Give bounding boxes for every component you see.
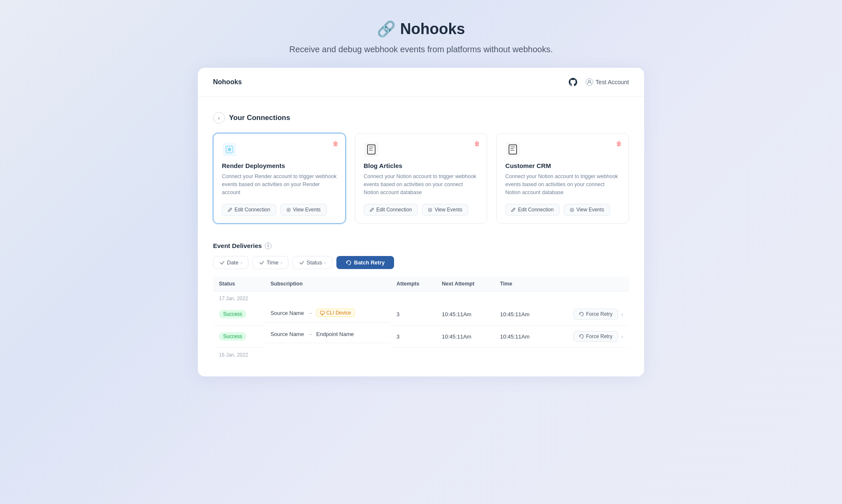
notion-blog-icon xyxy=(364,142,379,157)
col-next-attempt: Next Attempt xyxy=(436,277,494,291)
time-filter-button[interactable]: Time › xyxy=(253,256,288,269)
connections-section-title: Your Connections xyxy=(229,114,290,122)
crm-edit-button[interactable]: Edit Connection xyxy=(505,204,560,216)
col-actions xyxy=(548,277,629,291)
crm-card-desc: Connect your Notion account to trigger w… xyxy=(505,173,620,196)
app-header: 🔗 Nohooks Receive and debug webhook even… xyxy=(0,0,842,68)
nav-brand: Nohooks xyxy=(213,78,242,86)
date-group-row: 17 Jan, 2022 xyxy=(213,291,629,304)
svg-rect-7 xyxy=(368,145,375,154)
notion-crm-icon xyxy=(505,142,520,157)
crm-card-actions: Edit Connection View Events xyxy=(505,204,620,216)
render-card-desc: Connect your Render account to trigger w… xyxy=(222,173,337,196)
time-cell: 10:45:11Am xyxy=(494,325,549,348)
table-row: SuccessSource Name→ CLI Device310:45:11A… xyxy=(213,303,629,325)
crm-card-title: Customer CRM xyxy=(505,162,620,169)
connection-card-crm: 🗑 Customer CRM Connect your Notion accou… xyxy=(496,133,629,224)
filters-row: Date › Time › Status › Batch Retry xyxy=(213,256,629,269)
subscription-cell: Source Name→ CLI Device xyxy=(264,303,390,323)
status-chevron-icon: › xyxy=(324,260,326,265)
attempts-cell: 3 xyxy=(391,303,436,325)
account-icon xyxy=(586,78,593,86)
source-name: Source Name xyxy=(270,331,304,337)
account-button[interactable]: Test Account xyxy=(586,78,629,86)
svg-rect-3 xyxy=(228,148,231,151)
svg-rect-14 xyxy=(320,311,324,314)
force-retry-button[interactable]: Force Retry xyxy=(573,331,618,342)
time-chevron-icon: › xyxy=(281,260,282,265)
render-view-button[interactable]: View Events xyxy=(280,204,327,216)
events-table: Status Subscription Attempts Next Attemp… xyxy=(213,277,629,360)
nav-bar: Nohooks Test Account xyxy=(198,68,644,97)
crm-view-button[interactable]: View Events xyxy=(564,204,610,216)
col-status: Status xyxy=(213,277,264,291)
next-attempt-cell: 10:45:11Am xyxy=(436,303,494,325)
blog-card-title: Blog Articles xyxy=(364,162,479,169)
row-expand-icon[interactable]: › xyxy=(621,333,623,340)
render-card-title: Render Deployments xyxy=(222,162,337,169)
account-label: Test Account xyxy=(596,79,629,85)
connection-card-render: 🗑 Render Deployments Connect your Render… xyxy=(213,133,346,224)
app-window: Nohooks Test Account ‹ You xyxy=(198,68,644,376)
actions-cell: Force Retry› xyxy=(548,325,629,348)
blog-view-button[interactable]: View Events xyxy=(422,204,468,216)
event-deliveries-title: Event Deliveries i xyxy=(213,242,629,249)
delete-crm-icon[interactable]: 🗑 xyxy=(616,140,622,147)
app-title: 🔗 Nohooks xyxy=(0,20,842,38)
app-subtitle: Receive and debug webhook events from pl… xyxy=(0,45,842,54)
nav-right: Test Account xyxy=(566,75,629,89)
table-row: SuccessSource Name→Endpoint Name310:45:1… xyxy=(213,325,629,348)
date-group-row: 16 Jan, 2022 xyxy=(213,348,629,360)
github-button[interactable] xyxy=(566,75,580,89)
row-expand-icon[interactable]: › xyxy=(621,311,623,317)
events-tbody: 17 Jan, 2022SuccessSource Name→ CLI Devi… xyxy=(213,291,629,360)
back-button[interactable]: ‹ xyxy=(213,112,225,124)
batch-retry-label: Batch Retry xyxy=(354,259,385,266)
connections-grid: 🗑 Render Deployments Connect your Render… xyxy=(213,133,629,224)
connections-section-header: ‹ Your Connections xyxy=(213,112,629,124)
arrow-icon: → xyxy=(307,310,313,316)
info-icon[interactable]: i xyxy=(265,243,272,249)
time-cell: 10:45:11Am xyxy=(494,303,549,325)
status-cell: Success xyxy=(213,303,264,325)
subscription-cell: Source Name→Endpoint Name xyxy=(264,325,390,343)
events-table-wrapper: Status Subscription Attempts Next Attemp… xyxy=(213,277,629,360)
render-edit-button[interactable]: Edit Connection xyxy=(222,204,276,216)
attempts-cell: 3 xyxy=(391,325,436,348)
next-attempt-cell: 10:45:11Am xyxy=(436,325,494,348)
status-badge: Success xyxy=(219,310,246,318)
svg-point-13 xyxy=(571,209,573,211)
status-cell: Success xyxy=(213,325,264,348)
status-filter-button[interactable]: Status › xyxy=(293,256,332,269)
render-icon xyxy=(222,142,237,157)
col-time: Time xyxy=(494,277,549,291)
endpoint-name: Endpoint Name xyxy=(316,331,354,337)
svg-point-5 xyxy=(288,209,289,211)
source-name: Source Name xyxy=(270,310,304,316)
blog-card-actions: Edit Connection View Events xyxy=(364,204,479,216)
blog-edit-button[interactable]: Edit Connection xyxy=(364,204,418,216)
delete-blog-icon[interactable]: 🗑 xyxy=(474,140,480,147)
status-badge: Success xyxy=(219,332,246,341)
blog-card-desc: Connect your Notion account to trigger w… xyxy=(364,173,479,196)
col-attempts: Attempts xyxy=(391,277,436,291)
date-chevron-icon: › xyxy=(240,260,242,265)
table-head: Status Subscription Attempts Next Attemp… xyxy=(213,277,629,291)
content-area: ‹ Your Connections 🗑 Render Deployments … xyxy=(198,97,644,376)
col-subscription: Subscription xyxy=(264,277,390,291)
svg-point-9 xyxy=(429,209,431,211)
actions-cell: Force Retry› xyxy=(548,303,629,325)
delete-render-icon[interactable]: 🗑 xyxy=(333,140,338,147)
force-retry-button[interactable]: Force Retry xyxy=(573,309,618,320)
batch-retry-button[interactable]: Batch Retry xyxy=(336,256,394,269)
svg-rect-11 xyxy=(509,145,517,154)
render-card-actions: Edit Connection View Events xyxy=(222,204,337,216)
link-icon: 🔗 xyxy=(377,20,396,38)
connection-card-blog: 🗑 Blog Articles Connect your Notion acco… xyxy=(355,133,488,224)
device-badge: CLI Device xyxy=(316,309,355,317)
date-filter-button[interactable]: Date › xyxy=(213,256,248,269)
arrow-icon: → xyxy=(307,331,313,337)
